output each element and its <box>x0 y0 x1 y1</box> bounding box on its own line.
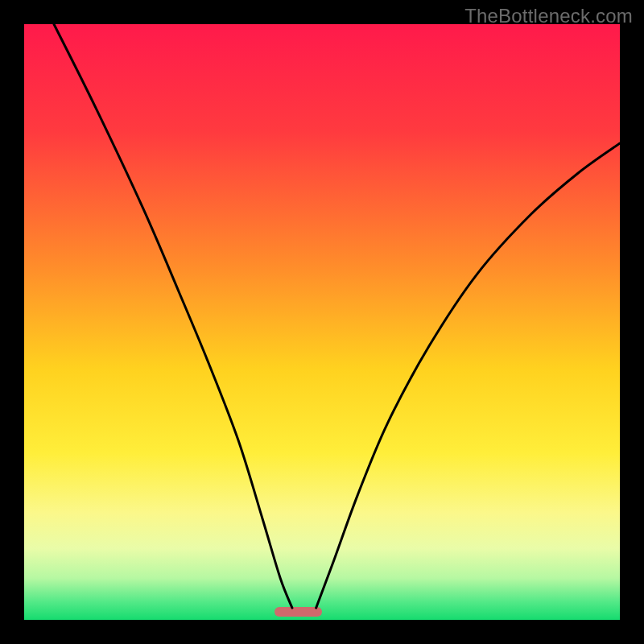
watermark-text: TheBottleneck.com <box>464 5 633 27</box>
plot-area <box>24 24 620 620</box>
curve-layer <box>24 24 620 620</box>
chart-frame: TheBottleneck.com <box>0 0 644 644</box>
curve-right-curve <box>316 143 620 608</box>
curve-left-curve <box>54 24 292 608</box>
